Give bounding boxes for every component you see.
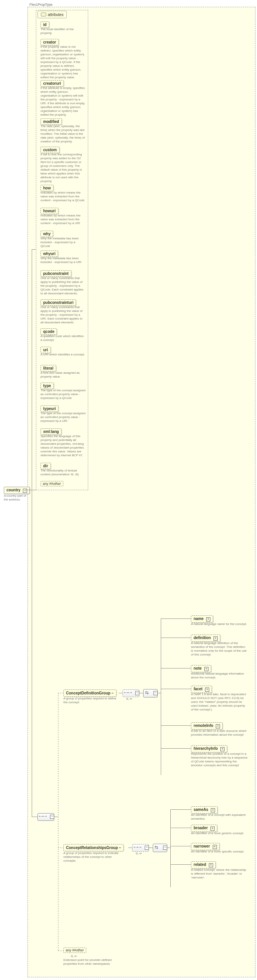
c	[161, 689, 191, 689]
cdg-definition[interactable]: definition +	[191, 634, 220, 642]
cdg-hierarchyInfo[interactable]: hierarchyInfo +	[191, 745, 227, 752]
cdg-seq[interactable]: −	[123, 689, 139, 697]
cdg-name-desc: A natural language name for the concept.	[191, 622, 248, 626]
c	[157, 693, 161, 693]
crg-v	[170, 809, 171, 887]
c	[139, 693, 143, 693]
cdg-remoteInfo[interactable]: remoteInfo +	[191, 722, 223, 730]
cdg-hierarchyInfo-desc: Represents the position of a concept in …	[191, 752, 248, 767]
c	[119, 693, 123, 693]
group-crg-desc: A group of properties required to indica…	[63, 851, 124, 863]
c	[58, 951, 63, 951]
cdg-facet-desc: In NAR 1.8 and later, facet is deprecate…	[191, 693, 248, 712]
c	[58, 848, 63, 848]
main-element-name: country	[6, 488, 21, 492]
conn-h	[32, 249, 36, 250]
crg-sameAs-desc: An identifier of a concept with equivale…	[191, 813, 248, 821]
cdg-note[interactable]: note +	[191, 665, 211, 672]
conn-main-v	[32, 490, 32, 817]
crg-broader-desc: An identifier of a more generic concept.	[191, 831, 248, 835]
cdg-remoteInfo-desc: A link to an item or a web resource whic…	[191, 729, 248, 737]
group-cdg[interactable]: ConceptDefinitionGroup −	[63, 689, 116, 697]
c	[161, 725, 191, 726]
cdg-name[interactable]: name +	[191, 615, 213, 623]
split-v	[58, 693, 58, 951]
group-crg[interactable]: ConceptRelationshipsGroup −	[63, 844, 124, 851]
main-sequence[interactable]: −	[37, 813, 54, 821]
main-element-desc: A country part of the address.	[4, 494, 31, 502]
main-element[interactable]: country −	[4, 487, 30, 494]
c	[161, 638, 191, 638]
cdg-card: 0..∞	[126, 697, 132, 701]
collapse-icon[interactable]: −	[23, 489, 27, 493]
crg-related-desc: A related concept, where the relationshi…	[191, 868, 248, 880]
c	[170, 809, 191, 810]
crg-narrower-desc: An identifier of a more specific concept…	[191, 850, 248, 854]
attributes-box	[36, 10, 88, 490]
c	[170, 846, 191, 846]
bottom-any-desc: Extension point for provider-defined pro…	[63, 958, 117, 966]
c	[128, 848, 132, 848]
c	[161, 748, 191, 749]
c	[170, 864, 191, 865]
crg-choice[interactable]: −	[153, 844, 167, 852]
cdg-definition-desc: A natural language definition of the sem…	[191, 641, 248, 657]
conn-v	[32, 249, 32, 490]
crg-related[interactable]: related +	[191, 861, 216, 869]
group-cdg-desc: A group of properties required to define…	[63, 697, 117, 704]
c	[53, 817, 58, 817]
cdg-note-desc: Additional natural language information …	[191, 672, 248, 680]
crg-broader[interactable]: broader +	[191, 825, 217, 832]
crg-card: 0..∞	[136, 852, 142, 855]
c	[166, 848, 170, 848]
c	[58, 693, 63, 693]
cdg-choice[interactable]: −	[143, 689, 158, 697]
cdg-facet[interactable]: facet +	[191, 686, 212, 693]
c	[170, 828, 191, 828]
conn-main-h	[32, 817, 37, 817]
c	[161, 618, 191, 619]
type-label: Flex1PropType	[29, 3, 53, 6]
bottom-any: any ##other	[63, 948, 86, 953]
crg-narrower[interactable]: narrower +	[191, 843, 220, 850]
c	[148, 848, 153, 848]
cdg-v	[161, 618, 161, 775]
c	[161, 668, 191, 668]
bottom-any-card: 0..∞	[71, 954, 77, 958]
crg-sameAs[interactable]: sameAs +	[191, 806, 218, 814]
crg-seq[interactable]: −	[132, 844, 149, 852]
connector	[26, 490, 37, 490]
